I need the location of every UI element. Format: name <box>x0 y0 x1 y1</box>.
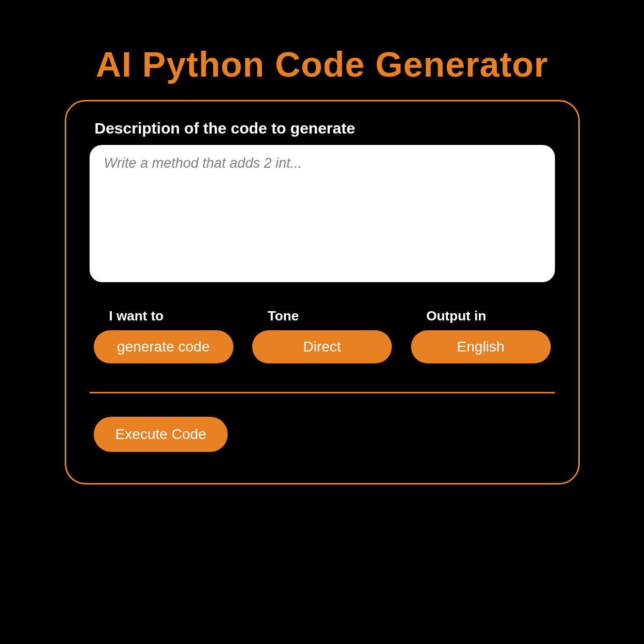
description-placeholder: Write a method that adds 2 int... <box>104 155 302 171</box>
execute-button[interactable]: Execute Code <box>94 417 228 452</box>
page-title: AI Python Code Generator <box>96 44 548 84</box>
generator-panel: Description of the code to generate Writ… <box>65 100 580 485</box>
description-label: Description of the code to generate <box>95 120 555 137</box>
tone-select[interactable]: Direct <box>252 330 392 363</box>
iwant-select[interactable]: generate code <box>94 330 233 363</box>
output-select[interactable]: English <box>411 330 551 363</box>
options-row: I want to generate code Tone Direct Outp… <box>90 308 555 363</box>
iwant-label: I want to <box>109 308 233 324</box>
option-group-output: Output in English <box>411 308 551 363</box>
option-group-tone: Tone Direct <box>252 308 392 363</box>
description-input[interactable]: Write a method that adds 2 int... <box>90 145 555 282</box>
tone-label: Tone <box>268 308 392 324</box>
option-group-iwant: I want to generate code <box>94 308 233 363</box>
output-label: Output in <box>427 308 551 324</box>
divider <box>90 392 555 393</box>
